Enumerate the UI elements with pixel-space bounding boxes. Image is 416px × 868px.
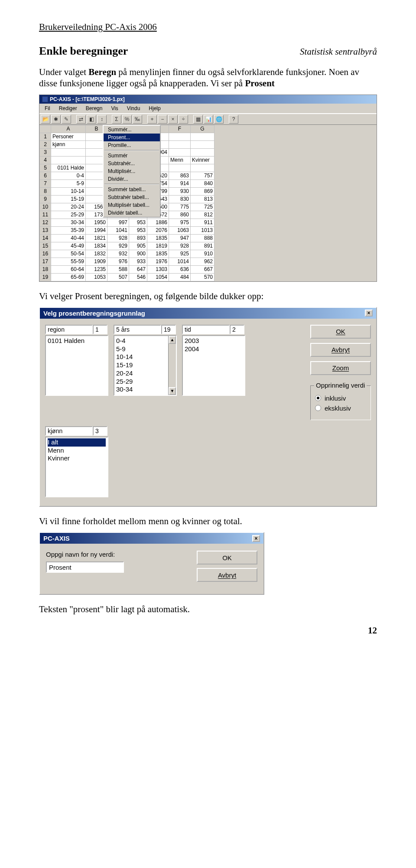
cell[interactable]: 546: [129, 273, 147, 281]
row-header[interactable]: 6: [40, 172, 51, 179]
cell[interactable]: 1054: [147, 273, 169, 281]
cell[interactable]: 35-39: [51, 226, 86, 234]
table-row[interactable]: 1335-3919941041953207610631013: [40, 226, 214, 234]
row-header[interactable]: 8: [40, 187, 51, 195]
cell[interactable]: 1834: [86, 242, 107, 250]
table-row[interactable]: 1860-6412355886471303636667: [40, 265, 214, 273]
cell[interactable]: 0101 Halde: [51, 164, 86, 172]
chart-icon[interactable]: 📊: [204, 115, 213, 124]
listbox-tid[interactable]: 2003 2004: [182, 335, 245, 396]
cell[interactable]: 925: [169, 250, 191, 258]
cell[interactable]: 667: [191, 265, 214, 273]
cell[interactable]: 45-49: [51, 242, 86, 250]
table-row[interactable]: 1440-4418219288931835947888: [40, 234, 214, 242]
scroll-down-icon[interactable]: ▼: [169, 387, 176, 395]
row-header[interactable]: 3: [40, 148, 51, 156]
row-header[interactable]: 1: [40, 133, 51, 140]
table-icon[interactable]: ▦: [193, 115, 203, 124]
row-header[interactable]: 16: [40, 250, 51, 258]
table-row[interactable]: 1545-4918349299051819928891: [40, 242, 214, 250]
cell[interactable]: 1950: [86, 219, 107, 226]
cell[interactable]: 1303: [147, 265, 169, 273]
cell[interactable]: 0-4: [51, 172, 86, 179]
cell[interactable]: 900: [129, 250, 147, 258]
cell[interactable]: 40-44: [51, 234, 86, 242]
cell[interactable]: 860: [169, 211, 191, 219]
sigma-icon[interactable]: Σ: [112, 115, 121, 124]
swap-icon[interactable]: ⇄: [76, 115, 86, 124]
scrollbar[interactable]: ▲ ▼: [168, 336, 176, 395]
cell[interactable]: [191, 140, 214, 148]
cell[interactable]: 588: [107, 265, 129, 273]
cell[interactable]: 1235: [86, 265, 107, 273]
cell[interactable]: 813: [191, 195, 214, 203]
cell[interactable]: 1063: [169, 226, 191, 234]
var-name-field[interactable]: [114, 325, 161, 334]
var-count-field[interactable]: [230, 325, 244, 334]
cell[interactable]: 570: [191, 273, 214, 281]
cell[interactable]: 933: [129, 258, 147, 265]
var-name-field[interactable]: [45, 426, 93, 436]
cell[interactable]: 869: [191, 187, 214, 195]
close-icon[interactable]: ×: [252, 535, 260, 542]
var-count-field[interactable]: [161, 325, 176, 334]
cell[interactable]: 1976: [147, 258, 169, 265]
cell[interactable]: 911: [191, 219, 214, 226]
row-header[interactable]: 14: [40, 234, 51, 242]
row-header[interactable]: 2: [40, 140, 51, 148]
menu-vindu[interactable]: Vindu: [124, 104, 143, 112]
cell[interactable]: 929: [107, 242, 129, 250]
cell[interactable]: 976: [107, 258, 129, 265]
table-row[interactable]: 1650-5418329329001835925910: [40, 250, 214, 258]
cell[interactable]: 757: [191, 172, 214, 179]
cancel-button[interactable]: Avbryt: [197, 568, 257, 582]
radio-icon[interactable]: [315, 395, 321, 401]
cell[interactable]: 830: [169, 195, 191, 203]
cell[interactable]: 647: [129, 265, 147, 273]
cell[interactable]: 928: [169, 242, 191, 250]
listbox-kjonn[interactable]: I alt Menn Kvinner: [45, 437, 108, 497]
cell[interactable]: 905: [129, 242, 147, 250]
row-header[interactable]: 10: [40, 203, 51, 211]
menu-item[interactable]: Subtrahér...: [104, 160, 160, 167]
cell[interactable]: 840: [191, 179, 214, 187]
cell[interactable]: 891: [191, 242, 214, 250]
cell[interactable]: 1041: [107, 226, 129, 234]
ok-button[interactable]: OK: [310, 325, 371, 339]
menu-beregn[interactable]: Beregn: [82, 104, 106, 112]
beregn-dropdown[interactable]: Summér... Prosent... Promille... Summér …: [103, 125, 161, 218]
cell[interactable]: 55-59: [51, 258, 86, 265]
scroll-up-icon[interactable]: ▲: [169, 336, 176, 344]
cell[interactable]: 1886: [147, 219, 169, 226]
cell[interactable]: Kvinner: [191, 156, 214, 164]
plus-icon[interactable]: +: [147, 115, 157, 124]
divide-icon[interactable]: ÷: [179, 115, 188, 124]
cell[interactable]: 1013: [191, 226, 214, 234]
ok-button[interactable]: OK: [197, 551, 257, 565]
cell[interactable]: 484: [169, 273, 191, 281]
cell[interactable]: 953: [129, 226, 147, 234]
zoom-button[interactable]: Zoom: [310, 361, 371, 375]
cell[interactable]: 812: [191, 211, 214, 219]
menu-item[interactable]: Dividér...: [104, 175, 160, 183]
cell[interactable]: 1835: [147, 234, 169, 242]
var-name-field[interactable]: [182, 325, 230, 334]
cell[interactable]: Personer: [51, 133, 86, 140]
row-header[interactable]: 17: [40, 258, 51, 265]
menu-item[interactable]: Subtrahér tabell...: [104, 193, 160, 201]
permille-icon[interactable]: ‰: [133, 115, 142, 124]
cell[interactable]: 5-9: [51, 179, 86, 187]
close-icon[interactable]: ×: [365, 310, 373, 317]
row-header[interactable]: 13: [40, 226, 51, 234]
cell[interactable]: 953: [129, 219, 147, 226]
table-row[interactable]: 1230-3419509979531886975911: [40, 219, 214, 226]
cell[interactable]: kjønn: [51, 140, 86, 148]
row-header[interactable]: 18: [40, 265, 51, 273]
cell[interactable]: 975: [169, 219, 191, 226]
menu-item[interactable]: Multiplisér...: [104, 167, 160, 175]
cell[interactable]: 65-69: [51, 273, 86, 281]
row-header[interactable]: 4: [40, 156, 51, 164]
cell[interactable]: 507: [107, 273, 129, 281]
col-header[interactable]: G: [191, 125, 214, 133]
row-header[interactable]: 5: [40, 164, 51, 172]
